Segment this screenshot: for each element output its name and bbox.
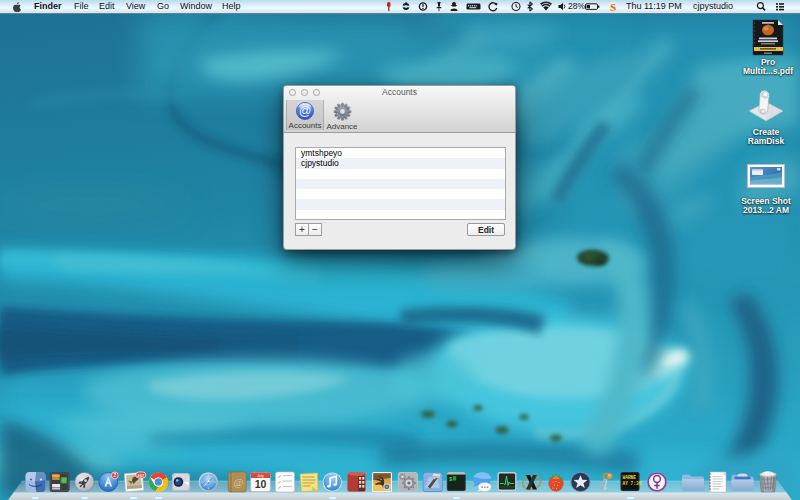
svg-text:267: 267 <box>137 473 145 478</box>
svg-text:WARNE: WARNE <box>623 475 637 480</box>
svg-text:July: July <box>257 474 264 478</box>
svg-text:10: 10 <box>255 478 267 490</box>
svg-text:@: @ <box>234 476 244 488</box>
svg-text:S: S <box>610 1 616 13</box>
svg-text:✓: ✓ <box>278 484 282 490</box>
svg-text:AY 7:36: AY 7:36 <box>623 481 642 486</box>
